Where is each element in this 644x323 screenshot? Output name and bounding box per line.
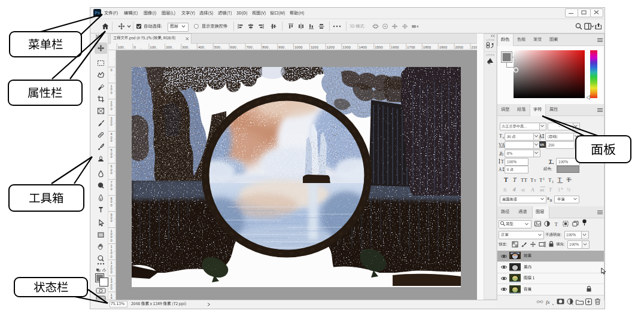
svg-text:0: 0 [111,287,113,290]
svg-text:1200: 1200 [327,45,335,49]
svg-text:900: 900 [278,45,285,49]
svg-text:A: A [531,187,534,193]
svg-text:0: 0 [111,68,113,72]
svg-text:1600: 1600 [391,45,399,49]
svg-text:T: T [513,176,517,183]
svg-text:700: 700 [247,45,253,49]
svg-text:0: 0 [111,139,113,142]
svg-text:fx: fx [546,299,550,305]
svg-text:1: 1 [552,180,554,184]
svg-text:0: 0 [111,107,113,111]
svg-text:A: A [539,134,542,139]
svg-text:600: 600 [230,45,237,49]
svg-text:1000: 1000 [294,45,303,49]
svg-text:0: 0 [111,255,113,258]
svg-text:aa: aa [540,187,545,193]
svg-text:1700: 1700 [407,45,415,49]
svg-text:0: 0 [111,203,113,207]
svg-text:fi: fi [503,187,507,193]
svg-text:1500: 1500 [375,45,383,49]
svg-text:T: T [501,159,504,164]
svg-text:𝟒: 𝟒 [512,187,516,193]
svg-text:0: 0 [111,239,113,242]
svg-text:0: 0 [134,45,136,49]
svg-text:100: 100 [150,45,156,49]
svg-text:T: T [504,176,508,183]
svg-text:0: 0 [111,155,113,159]
svg-text:500: 500 [214,45,221,49]
svg-text:2000: 2000 [455,45,464,49]
svg-text:st: st [521,187,525,193]
svg-text:100: 100 [118,45,124,49]
svg-text:1300: 1300 [343,45,351,49]
svg-text:T: T [534,178,536,182]
svg-text:0: 0 [111,123,113,126]
svg-text:0: 0 [111,270,113,274]
svg-text:T: T [555,221,558,227]
svg-text:0: 0 [111,171,113,175]
svg-text:あ: あ [499,151,504,156]
svg-text:a: a [547,196,549,200]
svg-text:TT: TT [521,177,527,183]
svg-text:T: T [549,187,552,193]
svg-text:0: 0 [111,91,113,95]
svg-text:1: 1 [558,187,560,193]
svg-text:0: 0 [111,187,113,191]
svg-text:½: ½ [567,187,570,193]
svg-text:0: 0 [111,219,113,223]
svg-text:1800: 1800 [423,45,432,49]
svg-text:a: a [550,198,552,202]
svg-text:st: st [561,187,563,190]
svg-text:1400: 1400 [359,45,367,49]
svg-text:2100: 2100 [471,45,477,49]
svg-text:800: 800 [262,45,269,49]
svg-text:300: 300 [182,45,189,49]
svg-text:1100: 1100 [311,45,319,49]
svg-text:200: 200 [166,45,172,49]
svg-text:400: 400 [198,45,205,49]
svg-text:1900: 1900 [439,45,448,49]
svg-text:1: 1 [543,177,545,181]
svg-text:A: A [499,167,502,172]
svg-text:T: T [499,133,502,139]
svg-text:T: T [558,176,561,183]
